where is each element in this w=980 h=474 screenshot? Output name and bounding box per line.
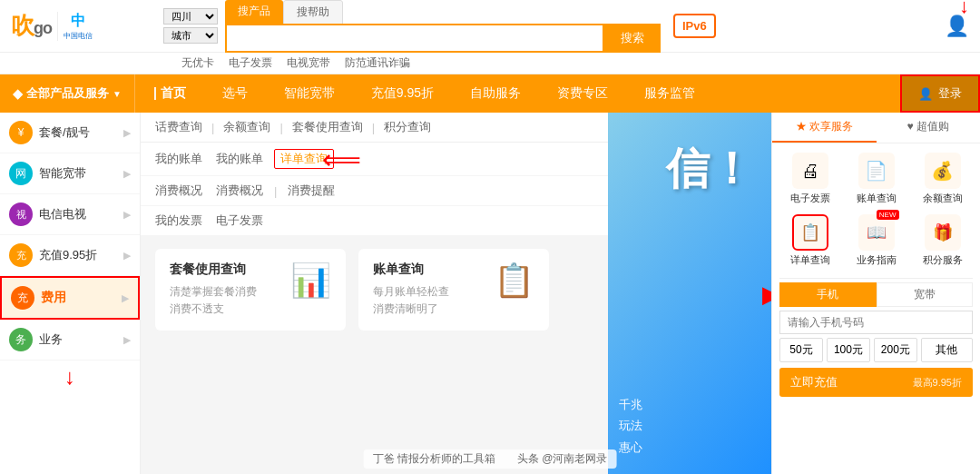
nav-tariff[interactable]: 资费专区 xyxy=(539,74,626,113)
sidebar-arrow-tv: ▶ xyxy=(123,209,131,221)
amount-other[interactable]: 其他 xyxy=(921,338,973,362)
sidebar-item-recharge[interactable]: 充 充值9.95折 ▶ xyxy=(0,235,140,276)
dropdown-icon: ▼ xyxy=(113,89,122,99)
consumption-link2[interactable]: 消费提醒 xyxy=(288,183,335,199)
search-input[interactable] xyxy=(225,24,604,53)
nav-login[interactable]: 👤 登录 xyxy=(900,74,980,113)
nav-broadband[interactable]: 智能宽带 xyxy=(266,74,353,113)
main-content: 话费查询 | 余额查询 | 套餐使用查询 | 积分查询 我的账单 我的账单 详单… xyxy=(141,113,608,474)
service-item-detail[interactable]: 📋 详单查询 xyxy=(782,211,838,271)
card-bill-desc: 每月账单轻松查消费清晰明了 xyxy=(373,283,449,318)
card-bill-icon: 📋 xyxy=(494,262,534,300)
amount-row: 50元 100元 200元 其他 xyxy=(779,338,973,362)
city-select[interactable]: 城市 xyxy=(163,27,218,44)
service-item-guide[interactable]: 📖 NEW 业务指南 xyxy=(848,211,905,271)
user-icon-nav: 👤 xyxy=(918,87,933,101)
nav-recharge[interactable]: 充值9.95折 xyxy=(353,74,452,113)
nav-monitor[interactable]: 服务监管 xyxy=(626,74,713,113)
recharge-btn[interactable]: 立即充值 最高9.95折 xyxy=(779,368,973,397)
quick-link-1[interactable]: 无优卡 xyxy=(181,55,214,71)
left-arrow-annotation: ⟸ xyxy=(322,143,361,175)
sidebar-arrow-fee: ▶ xyxy=(122,292,129,304)
consumption-link1[interactable]: 消费概况 xyxy=(216,183,263,199)
down-arrow-sidebar: ↓ xyxy=(0,360,140,393)
sidebar-label-package: 套餐/靓号 xyxy=(39,124,117,141)
watermark-right: 头条 @河南老网录 xyxy=(517,451,608,467)
login-area-top: ↓ 👤 xyxy=(945,15,969,38)
amount-100[interactable]: 100元 xyxy=(827,338,870,362)
sidebar-arrow-recharge: ▶ xyxy=(123,250,131,262)
right-panel: ★ 欢享服务 ♥ 超值购 🖨 电子发票 📄 账单查询 💰 余额查询 📋 详单查询 xyxy=(771,113,980,474)
quick-links-bar: 无优卡 电子发票 电视宽带 防范通讯诈骗 xyxy=(0,53,980,74)
right-tab-enjoy[interactable]: ★ 欢享服务 xyxy=(772,113,877,143)
sidebar-icon-package: ¥ xyxy=(9,121,33,144)
phone-tab-broadband[interactable]: 宽带 xyxy=(877,282,974,307)
right-tab-value[interactable]: ♥ 超值购 xyxy=(877,113,981,143)
sidebar-icon-broadband: 网 xyxy=(9,162,33,185)
service-icons-grid: 🖨 电子发票 📄 账单查询 💰 余额查询 📋 详单查询 📖 NEW 业务指南 xyxy=(772,143,980,276)
province-select[interactable]: 四川 xyxy=(163,8,218,25)
new-badge: NEW xyxy=(877,210,899,220)
search-tabs: 搜产品 搜帮助 xyxy=(225,0,661,25)
bill-icon-box: 📄 xyxy=(858,153,895,189)
nav-self-service[interactable]: 自助服务 xyxy=(452,74,539,113)
phone-input[interactable] xyxy=(779,311,973,334)
watermark: 丁爸 情报分析师的工具箱 头条 @河南老网录 xyxy=(364,449,617,469)
card-bill-query[interactable]: 账单查询 每月账单轻松查消费清晰明了 📋 xyxy=(358,249,549,331)
sidebar-arrow-broadband: ▶ xyxy=(123,168,131,180)
content-area: ¥ 套餐/靓号 ▶ 网 智能宽带 ▶ 视 电信电视 ▶ 充 充值9.95折 ▶ … xyxy=(0,113,980,474)
sidebar-item-package[interactable]: ¥ 套餐/靓号 ▶ xyxy=(0,113,140,153)
service-item-balance[interactable]: 💰 余额查询 xyxy=(915,149,971,209)
submenu-package-query[interactable]: 套餐使用查询 xyxy=(292,119,363,135)
sidebar-item-tv[interactable]: 视 电信电视 ▶ xyxy=(0,194,140,235)
nav-number[interactable]: 选号 xyxy=(204,74,266,113)
submenu-points-query[interactable]: 积分查询 xyxy=(384,119,431,135)
nav-home[interactable]: | 首页 xyxy=(135,74,204,113)
logo-area: 吹go 中 中国电信 xyxy=(11,10,156,42)
sidebar-label-fee: 费用 xyxy=(41,290,115,306)
sidebar-icon-tv: 视 xyxy=(9,202,33,226)
phone-tab-mobile[interactable]: 手机 xyxy=(779,282,877,307)
card-package-desc: 清楚掌握套餐消费消费不透支 xyxy=(170,283,257,318)
nav-items: | 首页 选号 智能宽带 充值9.95折 自助服务 资费专区 服务监管 xyxy=(135,74,900,113)
service-item-points[interactable]: 🎁 积分服务 xyxy=(915,211,971,271)
bill-icon-label: 账单查询 xyxy=(857,192,897,205)
submenu-balance-query[interactable]: 余额查询 xyxy=(223,119,270,135)
submenu-sep1: | xyxy=(211,121,214,134)
service-item-bill[interactable]: 📄 账单查询 xyxy=(848,149,905,209)
card-bill-title: 账单查询 xyxy=(373,262,449,278)
submenu-fee-query[interactable]: 话费查询 xyxy=(155,119,202,135)
guide-icon-label: 业务指南 xyxy=(857,253,897,267)
search-bar: 搜索 xyxy=(225,24,661,53)
service-item-invoice[interactable]: 🖨 电子发票 xyxy=(782,149,838,209)
detail-icon-box: 📋 xyxy=(792,214,828,251)
balance-icon-box: 💰 xyxy=(925,153,961,189)
invoice-link1[interactable]: 电子发票 xyxy=(216,212,263,229)
consumption-label: 消费概况 xyxy=(155,183,205,199)
search-tab-products[interactable]: 搜产品 xyxy=(225,0,283,25)
diamond-icon: ◆ xyxy=(13,86,23,101)
card-package-query[interactable]: 套餐使用查询 清楚掌握套餐消费消费不透支 📊 xyxy=(155,249,346,331)
search-button[interactable]: 搜索 xyxy=(604,24,661,53)
all-products-btn[interactable]: ◆ 全部产品及服务 ▼ xyxy=(0,74,135,113)
card-package-icon: 📊 xyxy=(290,262,331,300)
amount-50[interactable]: 50元 xyxy=(779,338,823,362)
quick-link-3[interactable]: 电视宽带 xyxy=(287,55,330,71)
sidebar-arrow-business: ▶ xyxy=(123,334,131,346)
balance-icon-label: 余额查询 xyxy=(923,192,963,205)
amount-200[interactable]: 200元 xyxy=(874,338,917,362)
mybill-link1[interactable]: 我的账单 xyxy=(216,151,263,167)
sidebar-item-fee[interactable]: 充 费用 ▶ xyxy=(0,276,140,320)
divider xyxy=(779,278,973,279)
search-section: 搜产品 搜帮助 搜索 xyxy=(225,0,661,53)
quick-link-2[interactable]: 电子发票 xyxy=(229,55,272,71)
quick-link-4[interactable]: 防范通讯诈骗 xyxy=(345,55,410,71)
search-tab-help[interactable]: 搜帮助 xyxy=(283,0,343,25)
points-icon-box: 🎁 xyxy=(925,214,961,251)
cards-row: 套餐使用查询 清楚掌握套餐消费消费不透支 📊 账单查询 每月账单轻松查消费清晰明… xyxy=(141,242,608,338)
sidebar-item-broadband[interactable]: 网 智能宽带 ▶ xyxy=(0,153,140,194)
banner-text: 信！ xyxy=(666,140,753,198)
invoice-label: 我的发票 xyxy=(155,212,205,229)
invoice-icon-label: 电子发票 xyxy=(790,192,830,205)
sidebar-item-business[interactable]: 务 业务 ▶ xyxy=(0,320,140,360)
